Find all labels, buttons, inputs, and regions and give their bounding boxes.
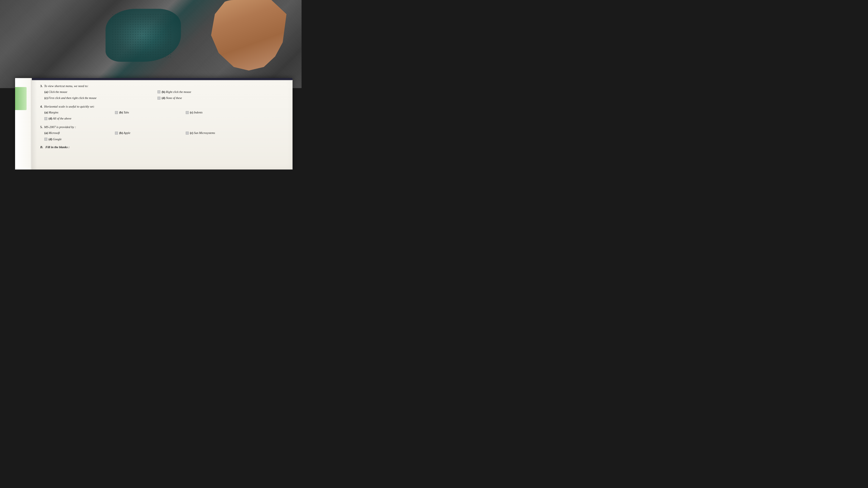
q5-option-c: (c) Sun Microsystems [186, 131, 256, 135]
question-5: 5. MS-2007 is provided by : (a) Microsof… [40, 125, 280, 142]
question-4: 4. Horizontal scale is useful to quickly… [40, 104, 280, 122]
q4-option-c-label: (c) Indents [190, 110, 203, 115]
green-tab [15, 87, 27, 110]
q5-option-b-label: (b) Apple [119, 131, 130, 135]
q3-option-d: (d) None of these [157, 96, 271, 100]
question-4-text: Horizontal scale is useful to quickly se… [44, 105, 95, 108]
q5-option-b: (b) Apple [115, 131, 186, 135]
q4-option-a-label: (a) Margins [44, 110, 58, 115]
q5-checkbox-b [115, 132, 118, 135]
question-3-text: To view shortcut menu, we need to: [44, 84, 89, 88]
q4-option-c: (c) Indents [186, 110, 256, 115]
question-4-title: 4. Horizontal scale is useful to quickly… [40, 104, 280, 109]
q4-option-b: (b) Tabs [115, 110, 186, 115]
q3-checkbox-d [157, 97, 160, 100]
q3-option-b: (b) Right click the mouse [157, 90, 271, 94]
q5-option-c-label: (c) Sun Microsystems [190, 131, 215, 135]
q4-option-a: (a) Margins [44, 110, 115, 115]
q4-checkbox-d [44, 117, 47, 120]
question-5-text: MS-2007 is provided by : [44, 125, 76, 129]
book-binding [15, 78, 292, 80]
background-photo [0, 0, 302, 88]
q5-option-d-label: (d) Google [49, 137, 62, 141]
teal-dots-pattern [112, 13, 172, 57]
q5-option-a: (a) Microsoft [44, 131, 115, 135]
question-3-options: (a) Click the mouse (b) Right click the … [40, 90, 280, 101]
question-3-number: 3. [40, 84, 42, 88]
q4-checkbox-c [186, 111, 189, 114]
q3-option-a: (a) Click the mouse [44, 90, 157, 94]
q4-option-d: (d) All of the above [44, 117, 115, 121]
q3-option-c-label: (c) First click and then right click the… [44, 96, 96, 100]
book-page: 3. To view shortcut menu, we need to: (a… [15, 78, 292, 169]
question-4-number: 4. [40, 105, 42, 108]
q5-checkbox-d [44, 138, 47, 141]
question-4-options: (a) Margins (b) Tabs (c) Indents [40, 110, 280, 122]
q3-option-c: (c) First click and then right click the… [44, 96, 157, 100]
section-b-title: Fill in the blanks : [45, 145, 69, 149]
q5-option-d: (d) Google [44, 137, 115, 141]
q3-option-d-label: (d) None of these [162, 96, 182, 100]
section-b: B. Fill in the blanks : [40, 145, 280, 149]
q3-option-b-label: (b) Right click the mouse [162, 90, 191, 94]
q4-checkbox-b [115, 111, 118, 114]
q4-option-b-label: (b) Tabs [119, 110, 129, 115]
q3-option-a-label: (a) Click the mouse [44, 90, 67, 94]
q5-option-a-label: (a) Microsoft [44, 131, 60, 135]
question-5-number: 5. [40, 125, 42, 129]
question-5-options: (a) Microsoft (b) Apple (c) Sun Microsys… [40, 131, 280, 142]
section-b-label: B. [40, 145, 43, 149]
question-5-title: 5. MS-2007 is provided by : [40, 125, 280, 129]
q4-option-d-label: (d) All of the above [49, 117, 71, 121]
question-section: 3. To view shortcut menu, we need to: (a… [40, 84, 280, 149]
question-3-title: 3. To view shortcut menu, we need to: [40, 84, 280, 88]
q5-checkbox-c [186, 132, 189, 135]
question-3: 3. To view shortcut menu, we need to: (a… [40, 84, 280, 101]
q3-checkbox-b [157, 90, 160, 93]
